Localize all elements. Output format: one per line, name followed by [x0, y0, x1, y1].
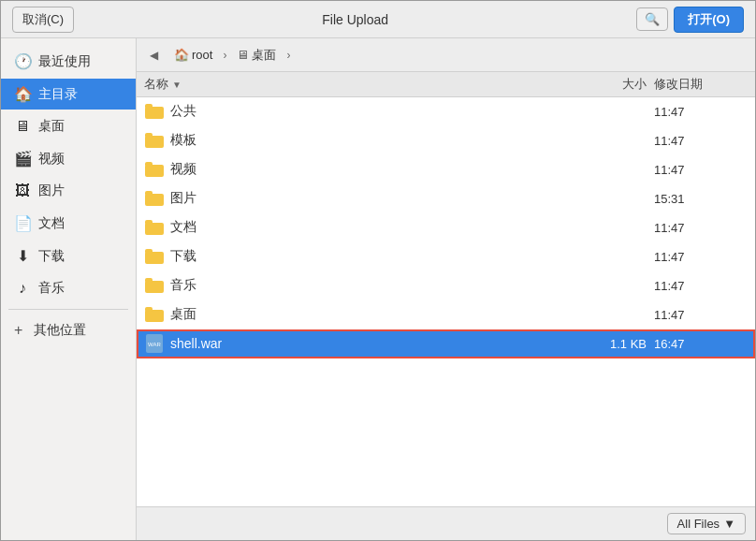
search-icon: 🔍	[645, 12, 660, 26]
titlebar: 取消(C) File Upload 🔍 打开(O)	[1, 1, 755, 38]
file-size: 1.1 KB	[579, 337, 654, 351]
add-icon: +	[14, 322, 22, 339]
sidebar-item-video[interactable]: 🎬 视频	[1, 143, 136, 174]
video-icon: 🎬	[14, 150, 31, 168]
file-name: shell.war	[170, 336, 579, 351]
desktop-path-label: 桌面	[252, 47, 276, 64]
file-list: 公共 11:47 模板 11:47 视频	[137, 97, 755, 506]
home-icon: 🏠	[14, 85, 31, 103]
sidebar-label-music: 音乐	[38, 280, 65, 297]
cancel-button[interactable]: 取消(C)	[12, 7, 74, 33]
file-name: 公共	[170, 103, 579, 120]
folder-icon	[144, 102, 165, 121]
sidebar-label-desktop: 桌面	[38, 118, 65, 135]
open-button[interactable]: 打开(O)	[674, 7, 744, 33]
root-path-label: root	[192, 48, 212, 62]
file-name: 视频	[170, 161, 579, 178]
svg-rect-7	[145, 191, 153, 196]
sidebar-add-location[interactable]: + 其他位置	[1, 315, 136, 345]
file-name: 文档	[170, 219, 579, 236]
root-path-button[interactable]: 🏠 root	[167, 45, 219, 65]
folder-icon	[144, 218, 165, 237]
col-size-header: 大小	[579, 76, 654, 93]
svg-rect-15	[145, 307, 153, 312]
sidebar-label-home: 主目录	[38, 86, 78, 103]
table-row[interactable]: 公共 11:47	[137, 97, 755, 126]
folder-icon	[144, 189, 165, 208]
folder-icon	[144, 276, 165, 295]
file-date: 11:47	[654, 279, 748, 293]
sidebar-item-images[interactable]: 🖼 图片	[1, 176, 136, 206]
file-date: 11:47	[654, 221, 748, 235]
content-area: ◀ 🏠 root › 🖥 桌面 › 名称 ▼ 大小 修改日期	[137, 38, 755, 540]
folder-icon	[144, 247, 165, 266]
dropdown-icon: ▼	[723, 517, 735, 531]
file-list-header: 名称 ▼ 大小 修改日期	[137, 72, 755, 97]
desktop-path-button[interactable]: 🖥 桌面	[230, 44, 283, 66]
desktop-path-icon: 🖥	[237, 48, 249, 62]
file-date: 11:47	[654, 134, 748, 148]
table-row[interactable]: 视频 11:47	[137, 155, 755, 184]
table-row[interactable]: 文档 11:47	[137, 213, 755, 242]
file-date: 15:31	[654, 192, 748, 206]
file-date: 11:47	[654, 250, 748, 264]
documents-icon: 📄	[14, 214, 31, 232]
svg-rect-1	[145, 104, 153, 109]
sidebar-label-images: 图片	[38, 183, 65, 199]
home-path-icon: 🏠	[174, 48, 189, 62]
recent-icon: 🕐	[14, 52, 31, 70]
file-date: 11:47	[654, 308, 748, 322]
svg-text:WAR: WAR	[148, 342, 161, 347]
sidebar-item-home[interactable]: 🏠 主目录	[1, 79, 136, 110]
sidebar-item-desktop[interactable]: 🖥 桌面	[1, 111, 136, 141]
sidebar-item-downloads[interactable]: ⬇ 下载	[1, 241, 136, 271]
svg-rect-13	[145, 278, 153, 283]
table-row-selected[interactable]: WAR shell.war 1.1 KB 16:47	[137, 329, 755, 358]
path-end-arrow: ›	[286, 49, 290, 62]
folder-icon	[144, 160, 165, 179]
file-name: 下载	[170, 248, 579, 265]
search-button[interactable]: 🔍	[636, 7, 668, 31]
col-name-header[interactable]: 名称 ▼	[144, 76, 579, 93]
sidebar-item-documents[interactable]: 📄 文档	[1, 208, 136, 239]
table-row[interactable]: 桌面 11:47	[137, 300, 755, 329]
sidebar-label-recent: 最近使用	[38, 53, 91, 70]
path-separator: ›	[223, 49, 226, 62]
file-name: 音乐	[170, 277, 579, 294]
downloads-icon: ⬇	[14, 247, 31, 265]
table-row[interactable]: 图片 15:31	[137, 184, 755, 213]
path-bar: ◀ 🏠 root › 🖥 桌面 ›	[137, 38, 755, 72]
file-upload-dialog: 取消(C) File Upload 🔍 打开(O) 🕐 最近使用 🏠 主目录 🖥…	[0, 0, 756, 541]
bottom-bar: All Files ▼	[137, 506, 755, 540]
table-row[interactable]: 音乐 11:47	[137, 271, 755, 300]
sidebar-label-video: 视频	[38, 151, 65, 168]
svg-rect-5	[145, 162, 153, 167]
file-name: 图片	[170, 190, 579, 207]
sidebar: 🕐 最近使用 🏠 主目录 🖥 桌面 🎬 视频 🖼 图片 📄 文档	[1, 38, 137, 540]
folder-icon	[144, 131, 165, 150]
sidebar-label-documents: 文档	[38, 215, 65, 232]
back-button[interactable]: ◀	[144, 46, 164, 65]
table-row[interactable]: 下载 11:47	[137, 242, 755, 271]
filter-label: All Files	[677, 517, 720, 531]
main-area: 🕐 最近使用 🏠 主目录 🖥 桌面 🎬 视频 🖼 图片 📄 文档	[1, 38, 755, 540]
sidebar-label-downloads: 下载	[38, 248, 65, 265]
file-name: 桌面	[170, 306, 579, 323]
file-filter-dropdown[interactable]: All Files ▼	[667, 513, 746, 534]
sidebar-item-music[interactable]: ♪ 音乐	[1, 273, 136, 303]
file-name: 模板	[170, 132, 579, 149]
sidebar-item-recent[interactable]: 🕐 最近使用	[1, 46, 136, 77]
file-date: 16:47	[654, 337, 748, 351]
svg-rect-11	[145, 249, 153, 254]
music-icon: ♪	[14, 280, 31, 297]
file-date: 11:47	[654, 163, 748, 177]
desktop-icon: 🖥	[14, 118, 31, 135]
sort-icon: ▼	[172, 80, 182, 90]
folder-icon	[144, 305, 165, 324]
table-row[interactable]: 模板 11:47	[137, 126, 755, 155]
file-date: 11:47	[654, 105, 748, 119]
images-icon: 🖼	[14, 183, 31, 199]
dialog-title: File Upload	[74, 12, 636, 27]
sidebar-separator	[8, 309, 128, 310]
svg-rect-3	[145, 133, 153, 138]
